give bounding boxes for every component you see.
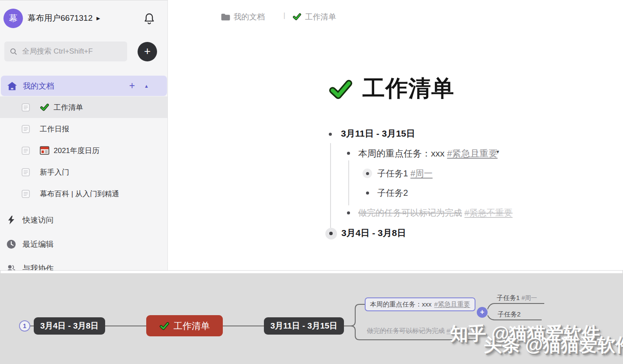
- sidebar-item-worklist[interactable]: 工作清单: [0, 96, 168, 118]
- sidebar-section-my-docs[interactable]: 我的文档 + ▲: [1, 76, 167, 96]
- nav-label: 最近编辑: [22, 239, 54, 249]
- sidebar-item-mubu-wiki[interactable]: 幕布百科 | 从入门到精通: [0, 183, 168, 204]
- search-input[interactable]: [22, 47, 122, 56]
- new-document-button[interactable]: +: [138, 42, 157, 61]
- mindmap-node-subtask1[interactable]: 子任务1 #周一: [497, 294, 537, 302]
- mindmap-node-center[interactable]: 工作清单: [146, 315, 223, 336]
- document-icon: [22, 103, 30, 112]
- home-icon: [7, 81, 17, 91]
- mindmap-node-subtask2[interactable]: 子任务2: [498, 310, 520, 319]
- outline-text-completed[interactable]: 做完的任务可以标记为完成: [358, 208, 462, 217]
- tag-link[interactable]: #紧急不重要: [465, 208, 513, 217]
- outline-bullet[interactable]: [347, 152, 350, 155]
- people-icon: [6, 263, 16, 271]
- sidebar-item-quick-access[interactable]: 快速访问: [0, 209, 168, 231]
- outline-item-subtask1[interactable]: 子任务1 #周一: [377, 168, 433, 179]
- sidebar-item-shared-with-me[interactable]: 与我协作: [0, 257, 168, 271]
- node-label: 子任务1: [497, 294, 520, 301]
- document-pane: 我的文档 | 工作清单 工作清单 3月11日 - 3月15日 ··· ▼: [168, 0, 623, 271]
- outline-guide-line: [330, 143, 331, 228]
- mindmap-node-focus[interactable]: 本周的重点任务：xxx #紧急且重要: [365, 297, 475, 311]
- collapse-section-icon[interactable]: ▲: [144, 83, 149, 89]
- notification-bell-icon[interactable]: [143, 12, 155, 25]
- sidebar-item-calendar-2021[interactable]: 2021年度日历: [0, 140, 168, 161]
- outline-item-focus[interactable]: 本周的重点任务：xxx #紧急且重要: [358, 147, 498, 160]
- outline-text[interactable]: 本周的重点任务：xxx: [358, 148, 445, 158]
- mindmap-root-badge[interactable]: 1: [19, 320, 30, 332]
- outline-item-subtask2[interactable]: 子任务2: [377, 187, 408, 199]
- sidebar-item-recent-edits[interactable]: 最近编辑: [0, 233, 168, 255]
- global-search[interactable]: [4, 42, 127, 61]
- outline-bullet-collapsed[interactable]: [329, 232, 333, 235]
- mindmap-node-week1[interactable]: 3月4日 - 3月8日: [34, 317, 105, 335]
- user-menu[interactable]: 幕布用户6671312 ▶: [28, 13, 100, 24]
- outline-item-week1[interactable]: 3月4日 - 3月8日: [341, 227, 406, 239]
- tag-link[interactable]: #周一: [522, 294, 537, 301]
- outline-bullet[interactable]: [366, 172, 369, 175]
- sidebar: 幕 幕布用户6671312 ▶ + 我的文档: [0, 0, 168, 271]
- mindmap-node-week2[interactable]: 3月11日 - 3月15日: [264, 317, 344, 335]
- expand-children-badge[interactable]: +: [477, 307, 488, 318]
- doc-label: 工作日报: [40, 124, 69, 134]
- nav-label: 快速访问: [22, 215, 54, 225]
- check-icon: [159, 321, 170, 331]
- tag-link[interactable]: #紧急且重要: [434, 300, 470, 309]
- add-doc-icon[interactable]: +: [129, 80, 135, 92]
- search-icon: [10, 48, 18, 56]
- check-icon: [292, 12, 302, 21]
- section-label: 我的文档: [23, 81, 54, 91]
- outline-item-done[interactable]: 做完的任务可以标记为完成 #紧急不重要: [358, 207, 513, 219]
- calendar-icon: [40, 146, 49, 155]
- user-caret-icon: ▶: [96, 16, 100, 21]
- lightning-icon: [6, 215, 16, 225]
- page-title[interactable]: 工作清单: [363, 74, 454, 102]
- node-label-completed: 做完的任务可以标记为完成: [367, 327, 445, 334]
- breadcrumb-document[interactable]: 工作清单: [305, 12, 336, 22]
- document-icon: [22, 168, 30, 176]
- document-icon: [22, 125, 30, 133]
- node-label: 本周的重点任务：xxx: [370, 300, 432, 309]
- document-icon: [22, 190, 30, 198]
- tag-link[interactable]: #周一: [411, 169, 433, 178]
- watermark-toutiao: 头条 @猫猫爱软件: [484, 333, 623, 357]
- sidebar-item-beginner-guide[interactable]: 新手入门: [0, 161, 168, 183]
- app-region: 幕 幕布用户6671312 ▶ + 我的文档: [0, 0, 623, 271]
- outline-item-week2[interactable]: 3月11日 - 3月15日: [341, 128, 415, 140]
- breadcrumb-folder[interactable]: 我的文档: [234, 12, 265, 22]
- outline-bullet[interactable]: [347, 211, 350, 214]
- sidebar-item-daily-report[interactable]: 工作日报: [0, 118, 168, 140]
- check-icon: [40, 102, 49, 112]
- outline-text[interactable]: 子任务1: [377, 169, 408, 178]
- outline-guide-line: [348, 160, 349, 205]
- folder-icon: [221, 13, 231, 21]
- document-icon: [22, 147, 30, 155]
- doc-label: 幕布百科 | 从入门到精通: [40, 189, 119, 199]
- avatar[interactable]: 幕: [3, 9, 23, 28]
- check-icon: [328, 77, 353, 102]
- doc-label: 新手入门: [40, 167, 69, 177]
- breadcrumb-separator: |: [283, 11, 285, 20]
- node-label: 工作清单: [173, 320, 210, 332]
- tag-link[interactable]: #紧急且重要: [447, 148, 498, 158]
- doc-label: 2021年度日历: [54, 146, 100, 156]
- user-name: 幕布用户6671312: [28, 13, 93, 24]
- clock-icon: [6, 239, 16, 249]
- mubu-app-window: 幕 幕布用户6671312 ▶ + 我的文档: [0, 0, 623, 364]
- outline-bullet[interactable]: [329, 133, 332, 136]
- outline-text[interactable]: 子任务2: [377, 188, 408, 198]
- doc-label: 工作清单: [54, 102, 83, 112]
- outline-bullet[interactable]: [366, 192, 369, 195]
- nav-label: 与我协作: [22, 263, 54, 271]
- node-label: 子任务2: [498, 310, 520, 318]
- mindmap-pane: 1 3月4日 - 3月8日 工作清单 3月11日 - 3月15日 本周的重点任务…: [0, 273, 623, 364]
